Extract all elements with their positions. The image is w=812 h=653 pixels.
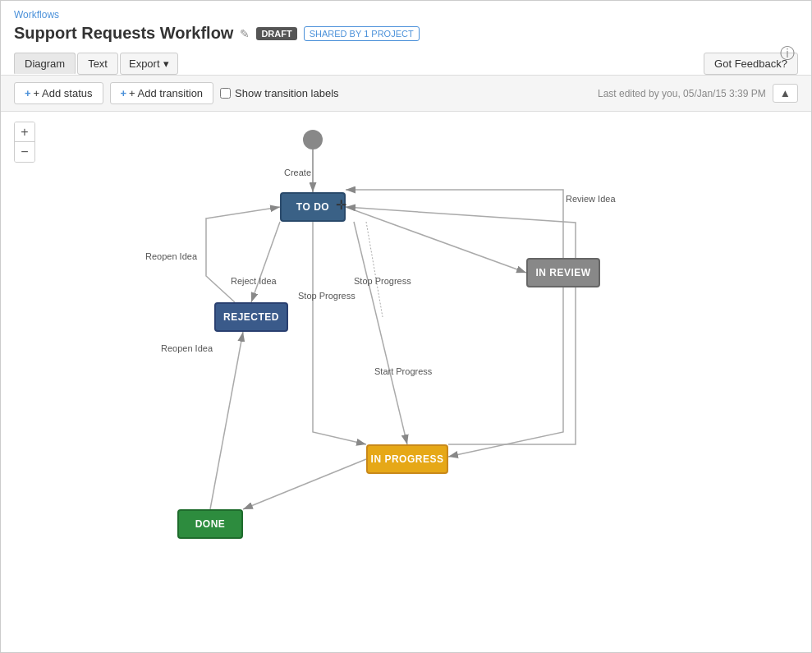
start-node: [303, 130, 323, 149]
node-inprogress[interactable]: IN PROGRESS: [366, 444, 448, 474]
toolbar: ++ Add status ++ Add transition Show tra…: [1, 76, 811, 112]
collapse-button[interactable]: ▲: [773, 84, 798, 103]
export-button[interactable]: Export ▾: [120, 53, 178, 75]
svg-line-8: [210, 332, 243, 509]
diagram-area: + −: [1, 112, 811, 652]
add-transition-button[interactable]: ++ Add transition: [110, 82, 214, 104]
node-rejected[interactable]: REJECTED: [214, 302, 288, 332]
tab-text[interactable]: Text: [77, 53, 118, 75]
transition-review-idea: Review Idea: [566, 194, 616, 204]
page-title: Support Requests Workflow: [14, 24, 233, 43]
transition-reopen2: Reopen Idea: [145, 251, 197, 261]
transition-start-progress: Start Progress: [374, 366, 432, 376]
shared-badge: SHARED BY 1 PROJECT: [304, 26, 420, 41]
draft-badge: DRAFT: [256, 27, 296, 40]
transition-reopen1: Reopen Idea: [161, 343, 213, 353]
node-inreview[interactable]: IN REVIEW: [526, 258, 600, 287]
tabs-row: Diagram Text Export ▾ Got Feedback?: [14, 49, 798, 75]
show-transition-labels-checkbox[interactable]: [220, 88, 231, 99]
svg-line-5: [354, 222, 407, 444]
title-row: Support Requests Workflow ✎ DRAFT SHARED…: [14, 24, 798, 43]
svg-line-6: [366, 222, 383, 317]
node-todo[interactable]: TO DO: [280, 192, 346, 222]
diagram-svg: [1, 112, 811, 652]
svg-line-3: [346, 207, 526, 273]
transition-reject-idea: Reject Idea: [231, 276, 277, 286]
edit-icon[interactable]: ✎: [240, 27, 250, 40]
breadcrumb[interactable]: Workflows: [14, 9, 798, 21]
node-done[interactable]: DONE: [177, 509, 243, 539]
header: Workflows Support Requests Workflow ✎ DR…: [1, 1, 811, 76]
help-icon[interactable]: ⓘ: [780, 44, 795, 63]
svg-line-4: [251, 222, 280, 302]
transition-stop-progress1: Stop Progress: [354, 276, 411, 286]
transition-create: Create: [284, 168, 311, 177]
transition-stop-progress2: Stop Progress: [298, 291, 356, 301]
main-window: Workflows Support Requests Workflow ✎ DR…: [0, 0, 812, 653]
add-status-button[interactable]: ++ Add status: [14, 82, 103, 104]
zoom-out-button[interactable]: −: [15, 142, 34, 162]
zoom-in-button[interactable]: +: [15, 122, 34, 142]
zoom-controls: + −: [14, 122, 35, 163]
tab-diagram[interactable]: Diagram: [14, 53, 76, 75]
svg-line-7: [243, 459, 366, 509]
show-transition-labels-label[interactable]: Show transition labels: [220, 87, 338, 99]
last-edited: Last edited by you, 05/Jan/15 3:39 PM: [598, 88, 766, 99]
